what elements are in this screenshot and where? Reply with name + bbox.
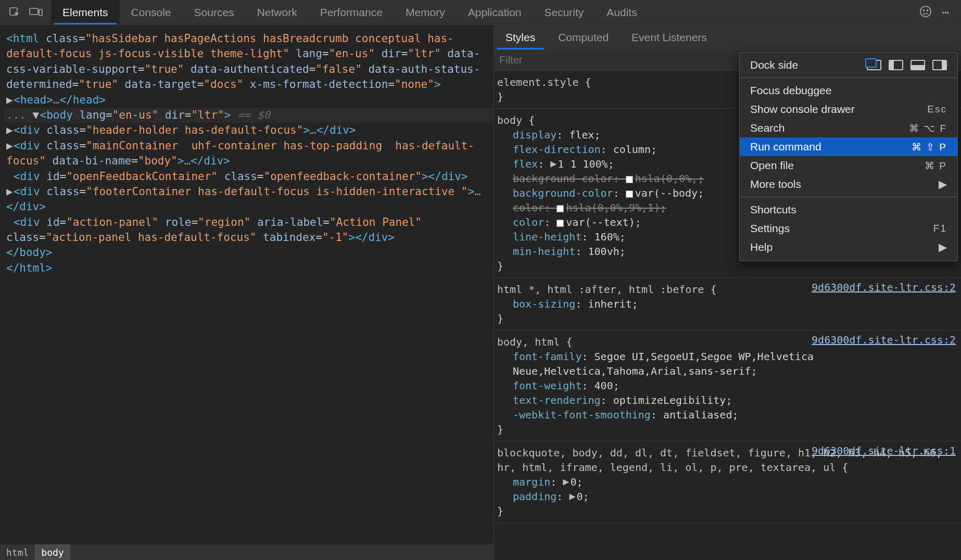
- styles-filter-input[interactable]: [499, 54, 631, 66]
- side-tab-event-listeners[interactable]: Event Listeners: [620, 25, 718, 49]
- svg-rect-2: [39, 9, 42, 16]
- dock-right-icon[interactable]: [932, 60, 947, 70]
- side-tab-styles[interactable]: Styles: [494, 25, 547, 49]
- side-tab-computed[interactable]: Computed: [547, 25, 620, 49]
- menu-more-tools[interactable]: More tools▶: [740, 175, 957, 194]
- smiley-icon[interactable]: [919, 5, 932, 20]
- source-link[interactable]: 9d6300df.site-ltr.css:1: [812, 443, 956, 458]
- inspect-icon[interactable]: [7, 5, 23, 20]
- dock-bottom-icon[interactable]: [911, 60, 925, 70]
- menu-focus-debuggee[interactable]: Focus debuggee: [740, 81, 957, 100]
- main-menu-popover: Dock side Focus debuggeeShow console dra…: [739, 52, 958, 261]
- tab-network[interactable]: Network: [246, 0, 309, 24]
- tab-security[interactable]: Security: [533, 0, 595, 24]
- dock-left-icon[interactable]: [889, 60, 903, 70]
- svg-rect-1: [30, 8, 38, 15]
- dock-undock-icon[interactable]: [867, 60, 881, 70]
- more-icon[interactable]: ⋯: [942, 6, 951, 19]
- tab-sources[interactable]: Sources: [183, 0, 246, 24]
- tab-performance[interactable]: Performance: [309, 0, 394, 24]
- crumb-html[interactable]: html: [0, 544, 35, 560]
- svg-point-3: [920, 6, 931, 17]
- breadcrumb: htmlbody: [0, 544, 494, 560]
- menu-shortcuts[interactable]: Shortcuts: [740, 200, 957, 219]
- tab-application[interactable]: Application: [457, 0, 533, 24]
- device-toggle-icon[interactable]: [28, 5, 44, 20]
- menu-open-file[interactable]: Open file⌘ P: [740, 156, 957, 175]
- tab-memory[interactable]: Memory: [394, 0, 457, 24]
- menu-run-command[interactable]: Run command⌘ ⇧ P: [740, 137, 957, 156]
- tab-console[interactable]: Console: [120, 0, 183, 24]
- menu-show-console-drawer[interactable]: Show console drawerEsc: [740, 100, 957, 119]
- menu-search[interactable]: Search⌘ ⌥ F: [740, 119, 957, 137]
- dom-tree[interactable]: <html class="hasSidebar hasPageActions h…: [0, 25, 494, 544]
- menu-settings[interactable]: SettingsF1: [740, 219, 957, 238]
- main-tab-bar: ElementsConsoleSourcesNetworkPerformance…: [0, 0, 961, 25]
- crumb-body[interactable]: body: [35, 544, 70, 560]
- tab-elements[interactable]: Elements: [51, 0, 120, 24]
- svg-point-5: [927, 10, 928, 11]
- source-link[interactable]: 9d6300df.site-ltr.css:2: [812, 280, 956, 295]
- styles-tab-bar: StylesComputedEvent Listeners: [494, 25, 961, 50]
- menu-help[interactable]: Help▶: [740, 238, 957, 257]
- source-link[interactable]: 9d6300df.site-ltr.css:2: [812, 333, 956, 347]
- tab-audits[interactable]: Audits: [595, 0, 648, 24]
- dock-side-row: Dock side: [740, 56, 957, 74]
- svg-point-4: [923, 10, 924, 11]
